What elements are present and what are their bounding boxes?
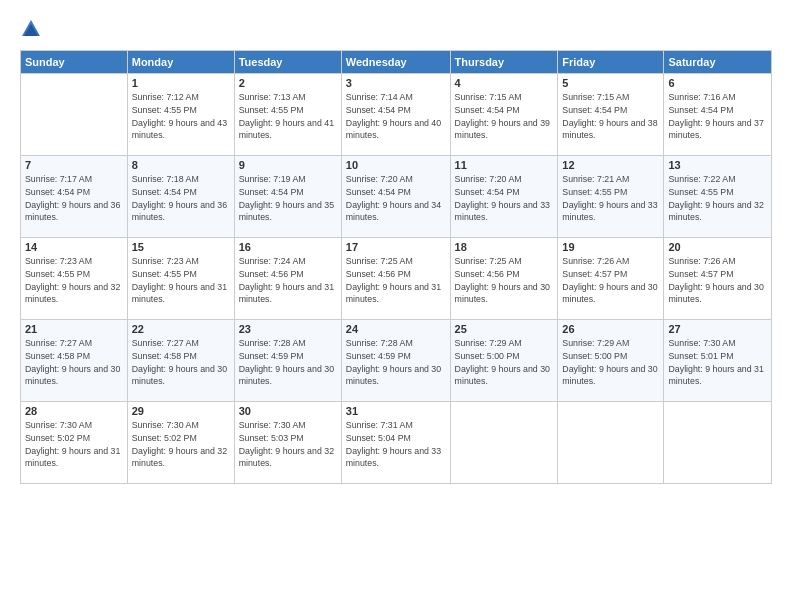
day-info: Sunrise: 7:17 AMSunset: 4:54 PMDaylight:… <box>25 173 123 224</box>
day-number: 24 <box>346 323 446 335</box>
day-number: 10 <box>346 159 446 171</box>
calendar-cell: 30Sunrise: 7:30 AMSunset: 5:03 PMDayligh… <box>234 402 341 484</box>
day-info: Sunrise: 7:19 AMSunset: 4:54 PMDaylight:… <box>239 173 337 224</box>
calendar-cell: 6Sunrise: 7:16 AMSunset: 4:54 PMDaylight… <box>664 74 772 156</box>
calendar-cell: 2Sunrise: 7:13 AMSunset: 4:55 PMDaylight… <box>234 74 341 156</box>
page: SundayMondayTuesdayWednesdayThursdayFrid… <box>0 0 792 612</box>
day-number: 11 <box>455 159 554 171</box>
day-number: 3 <box>346 77 446 89</box>
day-number: 31 <box>346 405 446 417</box>
calendar-cell: 22Sunrise: 7:27 AMSunset: 4:58 PMDayligh… <box>127 320 234 402</box>
calendar-cell: 3Sunrise: 7:14 AMSunset: 4:54 PMDaylight… <box>341 74 450 156</box>
day-number: 2 <box>239 77 337 89</box>
weekday-header-thursday: Thursday <box>450 51 558 74</box>
day-number: 13 <box>668 159 767 171</box>
day-info: Sunrise: 7:12 AMSunset: 4:55 PMDaylight:… <box>132 91 230 142</box>
day-info: Sunrise: 7:29 AMSunset: 5:00 PMDaylight:… <box>455 337 554 388</box>
calendar-cell: 14Sunrise: 7:23 AMSunset: 4:55 PMDayligh… <box>21 238 128 320</box>
calendar-header: SundayMondayTuesdayWednesdayThursdayFrid… <box>21 51 772 74</box>
weekday-header-saturday: Saturday <box>664 51 772 74</box>
calendar-cell: 20Sunrise: 7:26 AMSunset: 4:57 PMDayligh… <box>664 238 772 320</box>
calendar-week-row: 14Sunrise: 7:23 AMSunset: 4:55 PMDayligh… <box>21 238 772 320</box>
calendar-cell <box>21 74 128 156</box>
day-number: 28 <box>25 405 123 417</box>
calendar-cell: 28Sunrise: 7:30 AMSunset: 5:02 PMDayligh… <box>21 402 128 484</box>
calendar-cell: 19Sunrise: 7:26 AMSunset: 4:57 PMDayligh… <box>558 238 664 320</box>
calendar-cell: 10Sunrise: 7:20 AMSunset: 4:54 PMDayligh… <box>341 156 450 238</box>
calendar-cell: 24Sunrise: 7:28 AMSunset: 4:59 PMDayligh… <box>341 320 450 402</box>
day-info: Sunrise: 7:15 AMSunset: 4:54 PMDaylight:… <box>455 91 554 142</box>
day-info: Sunrise: 7:30 AMSunset: 5:02 PMDaylight:… <box>25 419 123 470</box>
day-info: Sunrise: 7:30 AMSunset: 5:03 PMDaylight:… <box>239 419 337 470</box>
day-number: 5 <box>562 77 659 89</box>
calendar-cell: 17Sunrise: 7:25 AMSunset: 4:56 PMDayligh… <box>341 238 450 320</box>
calendar-cell: 1Sunrise: 7:12 AMSunset: 4:55 PMDaylight… <box>127 74 234 156</box>
calendar-cell <box>558 402 664 484</box>
day-number: 20 <box>668 241 767 253</box>
day-number: 14 <box>25 241 123 253</box>
day-number: 23 <box>239 323 337 335</box>
day-number: 29 <box>132 405 230 417</box>
calendar-cell <box>450 402 558 484</box>
day-number: 9 <box>239 159 337 171</box>
calendar-cell: 11Sunrise: 7:20 AMSunset: 4:54 PMDayligh… <box>450 156 558 238</box>
day-number: 6 <box>668 77 767 89</box>
calendar-cell: 26Sunrise: 7:29 AMSunset: 5:00 PMDayligh… <box>558 320 664 402</box>
day-number: 8 <box>132 159 230 171</box>
calendar-week-row: 7Sunrise: 7:17 AMSunset: 4:54 PMDaylight… <box>21 156 772 238</box>
day-info: Sunrise: 7:31 AMSunset: 5:04 PMDaylight:… <box>346 419 446 470</box>
day-info: Sunrise: 7:27 AMSunset: 4:58 PMDaylight:… <box>25 337 123 388</box>
calendar-cell <box>664 402 772 484</box>
calendar-cell: 25Sunrise: 7:29 AMSunset: 5:00 PMDayligh… <box>450 320 558 402</box>
calendar-cell: 5Sunrise: 7:15 AMSunset: 4:54 PMDaylight… <box>558 74 664 156</box>
day-number: 18 <box>455 241 554 253</box>
header <box>20 18 772 40</box>
weekday-header-monday: Monday <box>127 51 234 74</box>
day-number: 22 <box>132 323 230 335</box>
calendar-cell: 29Sunrise: 7:30 AMSunset: 5:02 PMDayligh… <box>127 402 234 484</box>
calendar-week-row: 21Sunrise: 7:27 AMSunset: 4:58 PMDayligh… <box>21 320 772 402</box>
calendar-body: 1Sunrise: 7:12 AMSunset: 4:55 PMDaylight… <box>21 74 772 484</box>
calendar-cell: 16Sunrise: 7:24 AMSunset: 4:56 PMDayligh… <box>234 238 341 320</box>
calendar-cell: 12Sunrise: 7:21 AMSunset: 4:55 PMDayligh… <box>558 156 664 238</box>
day-info: Sunrise: 7:18 AMSunset: 4:54 PMDaylight:… <box>132 173 230 224</box>
day-info: Sunrise: 7:22 AMSunset: 4:55 PMDaylight:… <box>668 173 767 224</box>
day-number: 15 <box>132 241 230 253</box>
weekday-header-tuesday: Tuesday <box>234 51 341 74</box>
calendar-week-row: 1Sunrise: 7:12 AMSunset: 4:55 PMDaylight… <box>21 74 772 156</box>
weekday-header-sunday: Sunday <box>21 51 128 74</box>
day-number: 30 <box>239 405 337 417</box>
day-info: Sunrise: 7:30 AMSunset: 5:01 PMDaylight:… <box>668 337 767 388</box>
day-info: Sunrise: 7:29 AMSunset: 5:00 PMDaylight:… <box>562 337 659 388</box>
weekday-header-wednesday: Wednesday <box>341 51 450 74</box>
day-number: 17 <box>346 241 446 253</box>
calendar-cell: 18Sunrise: 7:25 AMSunset: 4:56 PMDayligh… <box>450 238 558 320</box>
day-info: Sunrise: 7:26 AMSunset: 4:57 PMDaylight:… <box>668 255 767 306</box>
day-info: Sunrise: 7:14 AMSunset: 4:54 PMDaylight:… <box>346 91 446 142</box>
day-info: Sunrise: 7:25 AMSunset: 4:56 PMDaylight:… <box>346 255 446 306</box>
day-info: Sunrise: 7:13 AMSunset: 4:55 PMDaylight:… <box>239 91 337 142</box>
day-number: 1 <box>132 77 230 89</box>
weekday-header-friday: Friday <box>558 51 664 74</box>
calendar-week-row: 28Sunrise: 7:30 AMSunset: 5:02 PMDayligh… <box>21 402 772 484</box>
day-number: 27 <box>668 323 767 335</box>
day-info: Sunrise: 7:26 AMSunset: 4:57 PMDaylight:… <box>562 255 659 306</box>
day-info: Sunrise: 7:30 AMSunset: 5:02 PMDaylight:… <box>132 419 230 470</box>
day-number: 16 <box>239 241 337 253</box>
day-info: Sunrise: 7:23 AMSunset: 4:55 PMDaylight:… <box>132 255 230 306</box>
calendar-cell: 4Sunrise: 7:15 AMSunset: 4:54 PMDaylight… <box>450 74 558 156</box>
day-number: 4 <box>455 77 554 89</box>
weekday-header-row: SundayMondayTuesdayWednesdayThursdayFrid… <box>21 51 772 74</box>
day-info: Sunrise: 7:16 AMSunset: 4:54 PMDaylight:… <box>668 91 767 142</box>
day-info: Sunrise: 7:21 AMSunset: 4:55 PMDaylight:… <box>562 173 659 224</box>
logo <box>20 18 46 40</box>
day-info: Sunrise: 7:25 AMSunset: 4:56 PMDaylight:… <box>455 255 554 306</box>
calendar-table: SundayMondayTuesdayWednesdayThursdayFrid… <box>20 50 772 484</box>
day-info: Sunrise: 7:15 AMSunset: 4:54 PMDaylight:… <box>562 91 659 142</box>
calendar-cell: 8Sunrise: 7:18 AMSunset: 4:54 PMDaylight… <box>127 156 234 238</box>
day-info: Sunrise: 7:20 AMSunset: 4:54 PMDaylight:… <box>455 173 554 224</box>
day-number: 26 <box>562 323 659 335</box>
day-info: Sunrise: 7:23 AMSunset: 4:55 PMDaylight:… <box>25 255 123 306</box>
day-number: 7 <box>25 159 123 171</box>
day-info: Sunrise: 7:27 AMSunset: 4:58 PMDaylight:… <box>132 337 230 388</box>
